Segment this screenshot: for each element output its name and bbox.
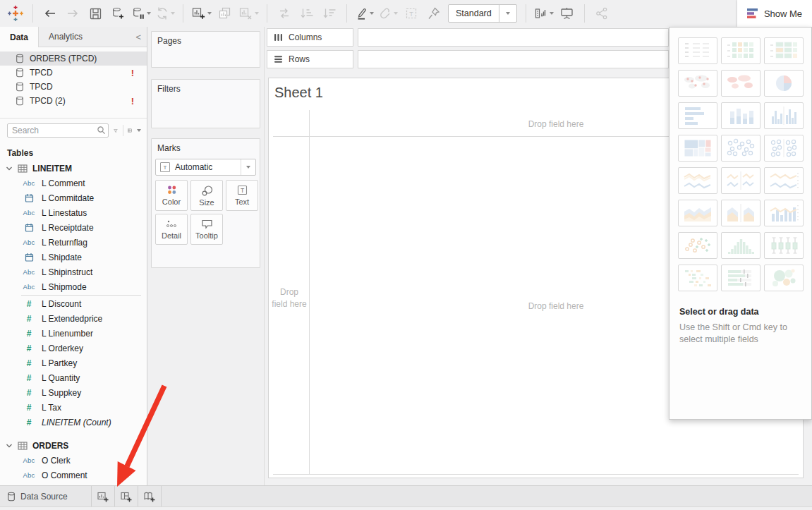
showme-symbol-map[interactable] — [678, 70, 717, 97]
new-story-icon — [143, 491, 156, 503]
search-input[interactable] — [7, 123, 109, 138]
field-item[interactable]: L Shipdate — [0, 250, 147, 265]
tab-data-source[interactable]: Data Source — [0, 486, 92, 507]
tooltip-button[interactable]: Tooltip — [190, 214, 223, 245]
columns-shelf-drop[interactable] — [358, 28, 669, 47]
view-options-caret[interactable] — [137, 129, 141, 132]
datasource-item[interactable]: TPCD — [0, 80, 147, 94]
field-item[interactable]: #L Partkey — [0, 356, 147, 370]
field-item[interactable]: #LINEITEM (Count) — [0, 415, 147, 430]
field-item[interactable]: #L Suppkey — [0, 385, 147, 400]
showme-heat-map[interactable] — [764, 37, 804, 64]
showme-lines-discrete[interactable] — [721, 167, 761, 194]
field-item[interactable]: #L Orderkey — [0, 341, 147, 356]
showme-stacked-bars[interactable] — [721, 102, 761, 129]
new-data-source-button[interactable] — [107, 4, 129, 23]
showme-side-by-side-circles[interactable] — [764, 135, 804, 162]
undo-button[interactable] — [39, 4, 61, 23]
presentation-icon — [559, 6, 574, 20]
showme-scatter-plot[interactable] — [678, 232, 717, 259]
number-field-icon: # — [27, 418, 32, 427]
showme-horizontal-bars[interactable] — [678, 102, 717, 129]
axis-divider-vertical — [309, 110, 310, 474]
showme-bullet-graphs[interactable] — [721, 265, 761, 291]
field-item[interactable]: #L Linenumber — [0, 326, 147, 341]
pause-auto-updates-button[interactable] — [129, 4, 153, 23]
field-item[interactable]: AbcO Comment — [0, 468, 147, 482]
showme-pie-chart[interactable] — [764, 70, 804, 97]
datasource-item[interactable]: ORDERS (TPCD) — [0, 51, 147, 66]
rows-shelf-drop[interactable] — [358, 50, 669, 68]
show-me-button[interactable]: Show Me — [737, 0, 812, 27]
table-header-lineitem[interactable]: LINEITEM — [0, 161, 147, 176]
share-button[interactable] — [590, 4, 613, 23]
field-item[interactable]: #L Discount — [0, 296, 147, 311]
detail-button[interactable]: Detail — [155, 214, 188, 245]
showme-highlight-table[interactable] — [721, 37, 761, 64]
showme-side-by-side-bars[interactable] — [764, 102, 804, 129]
sort-descending-button[interactable] — [318, 4, 341, 23]
fit-dropdown[interactable]: Standard — [448, 4, 517, 23]
field-item[interactable]: #L Tax — [0, 400, 147, 415]
new-story-tab-button[interactable] — [138, 486, 162, 507]
showme-dual-combination[interactable] — [764, 200, 804, 226]
table-header-orders[interactable]: ORDERS — [0, 438, 147, 453]
field-item[interactable]: L Receiptdate — [0, 220, 147, 235]
showme-area-discrete[interactable] — [721, 200, 761, 226]
field-item[interactable]: L Commitdate — [0, 190, 147, 205]
datasource-item[interactable]: TPCD! — [0, 66, 147, 80]
view-as-list-icon[interactable] — [128, 126, 132, 135]
field-item[interactable]: AbcO Clerk — [0, 453, 147, 468]
show-mark-labels-button[interactable]: T — [400, 4, 423, 23]
showme-area-continuous[interactable] — [678, 200, 717, 226]
group-members-button[interactable] — [376, 4, 400, 23]
showme-dual-lines[interactable] — [764, 167, 804, 194]
swap-rows-columns-button[interactable] — [273, 4, 296, 23]
redo-button[interactable] — [61, 4, 84, 23]
new-worksheet-tab-button[interactable] — [92, 486, 115, 507]
new-worksheet-button[interactable] — [189, 4, 214, 23]
showme-gantt[interactable] — [678, 265, 717, 291]
text-button[interactable]: T Text — [226, 180, 258, 211]
field-item[interactable]: AbcL Shipinstruct — [0, 265, 147, 279]
showme-lines-continuous[interactable] — [678, 167, 717, 194]
showme-text-table[interactable] — [678, 37, 717, 64]
field-item[interactable]: AbcL Comment — [0, 176, 147, 190]
clear-sheet-button[interactable] — [236, 4, 261, 23]
sort-ascending-button[interactable] — [296, 4, 318, 23]
tab-analytics[interactable]: Analytics — [39, 27, 92, 47]
size-button[interactable]: Size — [190, 180, 223, 211]
datasource-item[interactable]: TPCD (2)! — [0, 94, 147, 108]
drop-zone-rows[interactable]: Drop field here — [272, 286, 307, 310]
filters-shelf[interactable]: Filters — [151, 79, 260, 128]
fix-axes-button[interactable] — [423, 4, 445, 23]
duplicate-button[interactable] — [214, 4, 236, 23]
field-item[interactable]: AbcL Shipmode — [0, 279, 147, 294]
collapse-pane-button[interactable]: < — [130, 27, 147, 47]
run-auto-updates-button[interactable] — [153, 4, 177, 23]
showme-box-and-whisker[interactable] — [764, 232, 804, 259]
showme-histogram[interactable] — [721, 232, 761, 259]
fit-selector-button[interactable] — [532, 4, 556, 23]
pages-shelf[interactable]: Pages — [151, 31, 260, 68]
field-item[interactable]: AbcL Linestatus — [0, 205, 147, 220]
field-item[interactable]: #L Extendedprice — [0, 311, 147, 326]
field-label: L Returnflag — [42, 238, 87, 248]
mark-type-caret[interactable] — [241, 159, 255, 175]
showme-treemap[interactable] — [678, 135, 717, 162]
tableau-logo[interactable] — [4, 4, 27, 23]
showme-packed-bubbles[interactable] — [764, 265, 804, 291]
showme-filled-map[interactable] — [721, 70, 761, 97]
showme-circle-views[interactable] — [721, 135, 761, 162]
filter-fields-icon[interactable] — [114, 126, 118, 136]
new-dashboard-tab-button[interactable] — [115, 486, 138, 507]
color-button[interactable]: Color — [155, 180, 188, 211]
mark-type-dropdown[interactable]: T Automatic — [155, 159, 256, 176]
tab-data[interactable]: Data — [0, 27, 39, 47]
presentation-mode-button[interactable] — [556, 4, 578, 23]
highlight-button[interactable] — [353, 4, 376, 23]
field-item[interactable]: AbcL Returnflag — [0, 235, 147, 250]
field-item[interactable]: #L Quantity — [0, 370, 147, 385]
fit-dropdown-caret[interactable] — [499, 5, 516, 22]
save-button[interactable] — [84, 4, 107, 23]
